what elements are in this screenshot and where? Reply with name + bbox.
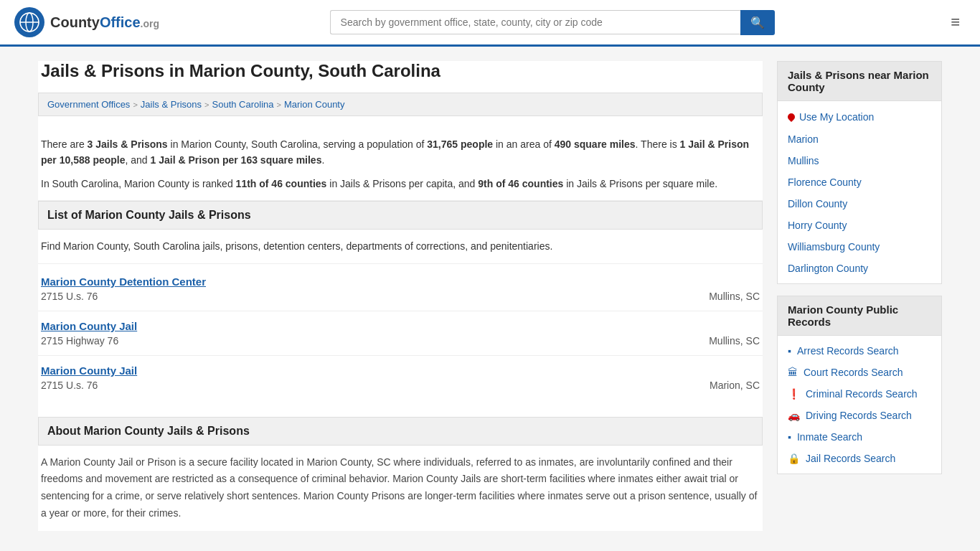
facility-address-0: 2715 U.s. 76 [41, 291, 98, 302]
sidebar-link-label-3: Dillon County [788, 198, 847, 209]
inmate-icon: ▪ [788, 431, 791, 443]
site-header: CountyOffice.org 🔍 ≡ [0, 0, 980, 47]
sidebar-records-link-0[interactable]: ▪ Arrest Records Search [778, 340, 941, 362]
sidebar-link-marion[interactable]: Marion [778, 128, 941, 150]
search-icon: 🔍 [750, 17, 765, 29]
facility-item-0: Marion County Detention Center 2715 U.s.… [38, 267, 763, 311]
page-container: Jails & Prisons in Marion County, South … [24, 47, 956, 545]
facility-row-2: 2715 U.s. 76 Marion, SC [41, 380, 760, 391]
sidebar-jails-links: Use My Location Marion Mullins Florence … [778, 101, 941, 283]
facility-item-2: Marion County Jail 2715 U.s. 76 Marion, … [38, 356, 763, 400]
facility-city-1: Mullins, SC [709, 335, 760, 347]
sidebar-link-darlington[interactable]: Darlington County [778, 258, 941, 279]
about-section-header: About Marion County Jails & Prisons [38, 417, 763, 446]
intro-block: There are 3 Jails & Prisons in Marion Co… [38, 128, 763, 201]
menu-button[interactable]: ≡ [945, 10, 966, 34]
sidebar-records-link-1[interactable]: 🏛 Court Records Search [778, 362, 941, 383]
facility-city-2: Marion, SC [710, 380, 760, 391]
sidebar-records-label-4: Inmate Search [797, 431, 862, 443]
facility-list: Marion County Detention Center 2715 U.s.… [38, 264, 763, 402]
breadcrumb-sep-1: > [204, 100, 209, 109]
sidebar-link-label-2: Florence County [788, 176, 862, 188]
sidebar-link-label-1: Mullins [788, 155, 819, 166]
sidebar-records-link-2[interactable]: ❗ Criminal Records Search [778, 383, 941, 405]
search-input[interactable] [330, 10, 740, 34]
list-section-header: List of Marion County Jails & Prisons [38, 201, 763, 230]
sidebar-records-link-4[interactable]: ▪ Inmate Search [778, 426, 941, 448]
search-button[interactable]: 🔍 [740, 10, 775, 35]
criminal-icon: ❗ [788, 388, 800, 400]
sidebar-link-mullins[interactable]: Mullins [778, 150, 941, 171]
sidebar-records-link-5[interactable]: 🔒 Jail Records Search [778, 448, 941, 469]
logo-text: CountyOffice.org [50, 14, 159, 31]
sidebar-link-horry[interactable]: Horry County [778, 215, 941, 236]
breadcrumb-link-1[interactable]: Jails & Prisons [141, 99, 202, 110]
breadcrumb-link-0[interactable]: Government Offices [47, 99, 130, 110]
facility-name-1[interactable]: Marion County Jail [41, 320, 760, 332]
list-description: Find Marion County, South Carolina jails… [38, 230, 763, 263]
facility-name-2[interactable]: Marion County Jail [41, 364, 760, 377]
sidebar-link-label-0: Marion [788, 133, 819, 145]
breadcrumb-link-2[interactable]: South Carolina [212, 99, 274, 110]
search-area: 🔍 [330, 10, 775, 35]
arrest-icon: ▪ [788, 345, 791, 357]
sidebar-records-label-2: Criminal Records Search [806, 388, 918, 400]
use-location-label: Use My Location [799, 111, 874, 123]
facility-item-1: Marion County Jail 2715 Highway 76 Mulli… [38, 311, 763, 356]
sidebar-jails-section: Jails & Prisons near Marion County Use M… [777, 61, 942, 284]
about-paragraph: A Marion County Jail or Prison is a secu… [41, 454, 760, 522]
facility-city-0: Mullins, SC [709, 291, 760, 302]
jail-records-icon: 🔒 [788, 453, 800, 464]
list-description-text: Find Marion County, South Carolina jails… [41, 238, 760, 254]
sidebar-records-label-1: Court Records Search [804, 367, 903, 378]
facility-row-1: 2715 Highway 76 Mullins, SC [41, 335, 760, 347]
sidebar-records-section: Marion County Public Records ▪ Arrest Re… [777, 296, 942, 474]
breadcrumb-sep-0: > [133, 100, 137, 109]
facility-row-0: 2715 U.s. 76 Mullins, SC [41, 291, 760, 302]
sidebar-link-label-5: Williamsburg County [788, 241, 880, 253]
intro-paragraph-1: There are 3 Jails & Prisons in Marion Co… [41, 136, 760, 169]
driving-icon: 🚗 [788, 410, 800, 421]
sidebar-link-williamsburg[interactable]: Williamsburg County [778, 236, 941, 258]
breadcrumb-sep-2: > [277, 100, 281, 109]
sidebar-records-title: Marion County Public Records [778, 296, 941, 336]
main-content: Jails & Prisons in Marion County, South … [38, 61, 763, 531]
court-icon: 🏛 [788, 367, 798, 378]
sidebar-records-link-3[interactable]: 🚗 Driving Records Search [778, 405, 941, 426]
sidebar-records-label-0: Arrest Records Search [797, 345, 899, 357]
sidebar-link-label-6: Darlington County [788, 263, 868, 274]
sidebar-records-label-5: Jail Records Search [806, 453, 895, 464]
location-icon [786, 112, 796, 122]
sidebar-jails-title: Jails & Prisons near Marion County [778, 62, 941, 101]
menu-icon: ≡ [951, 13, 960, 31]
facility-name-0[interactable]: Marion County Detention Center [41, 276, 760, 288]
facility-address-1: 2715 Highway 76 [41, 335, 118, 347]
sidebar-records-links: ▪ Arrest Records Search 🏛 Court Records … [778, 336, 941, 474]
sidebar-link-label-4: Horry County [788, 220, 847, 231]
sidebar-link-florence[interactable]: Florence County [778, 171, 941, 193]
intro-paragraph-2: In South Carolina, Marion County is rank… [41, 176, 760, 192]
sidebar-link-dillon[interactable]: Dillon County [778, 193, 941, 215]
breadcrumb: Government Offices > Jails & Prisons > S… [38, 93, 763, 116]
breadcrumb-link-3[interactable]: Marion County [284, 99, 345, 110]
sidebar: Jails & Prisons near Marion County Use M… [777, 61, 942, 531]
facility-address-2: 2715 U.s. 76 [41, 380, 98, 391]
page-title: Jails & Prisons in Marion County, South … [38, 61, 763, 81]
sidebar-records-label-3: Driving Records Search [806, 410, 912, 421]
logo[interactable]: CountyOffice.org [14, 7, 159, 37]
logo-icon [14, 7, 44, 37]
use-location-link[interactable]: Use My Location [778, 105, 941, 128]
about-text: A Marion County Jail or Prison is a secu… [38, 446, 763, 531]
